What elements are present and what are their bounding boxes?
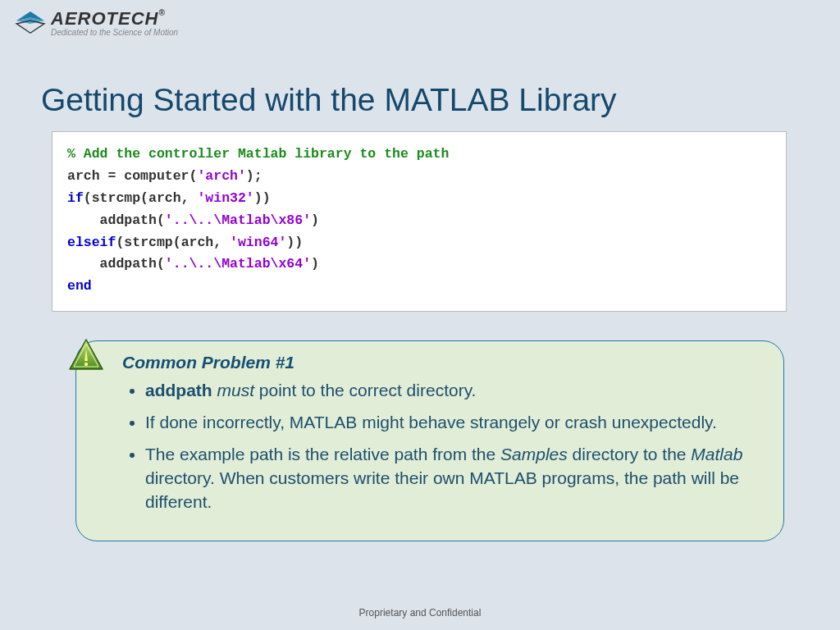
footer-text: Proprietary and Confidential [0,607,840,619]
code-text: arch = computer( [67,168,197,184]
code-block: % Add the controller Matlab library to t… [52,131,787,312]
callout-title: Common Problem #1 [122,353,756,372]
brand-text: AEROTECH® Dedicated to the Science of Mo… [51,8,178,37]
code-text: ) [311,212,319,228]
list-text: point to the correct directory. [254,381,476,399]
list-item: The example path is the relative path fr… [145,443,756,514]
code-text: )) [254,190,271,206]
code-comment: % Add the controller Matlab library to t… [67,146,449,162]
logo-diamond-icon [15,10,46,36]
code-text: (strcmp(arch, [84,190,198,206]
code-text: ); [246,168,262,184]
code-keyword: if [67,190,84,206]
registered-mark: ® [158,8,165,17]
italic-term: Samples [500,445,568,463]
page-title: Getting Started with the MATLAB Library [41,82,617,118]
callout-list: addpath must point to the correct direct… [122,379,756,514]
code-keyword: elseif [67,235,116,250]
callout-box: Common Problem #1 addpath must point to … [75,340,784,541]
code-text: addpath( [67,256,165,272]
code-string: 'arch' [197,168,245,184]
brand-name: AEROTECH® [51,8,178,30]
bold-term: addpath [145,381,212,399]
code-string: '..\..\Matlab\x64' [165,256,311,272]
list-text: The example path is the relative path fr… [145,445,500,463]
code-string: 'win32' [197,190,253,206]
list-item: If done incorrectly, MATLAB might behave… [145,411,756,435]
italic-term: must [212,381,254,399]
brand-logo: AEROTECH® Dedicated to the Science of Mo… [15,8,178,37]
code-keyword: end [67,278,92,294]
brand-name-text: AEROTECH [51,8,158,29]
svg-point-5 [84,363,88,366]
code-text: addpath( [67,212,165,228]
list-item: addpath must point to the correct direct… [145,379,756,403]
code-text: )) [286,235,303,250]
italic-term: Matlab [691,445,742,463]
code-string: 'win64' [230,235,286,250]
list-text: directory. When customers write their ow… [145,468,739,511]
code-string: '..\..\Matlab\x86' [165,212,311,228]
list-text: directory to the [568,445,692,463]
warning-icon [66,336,106,376]
code-text: (strcmp(arch, [116,235,230,250]
code-text: ) [311,256,319,272]
